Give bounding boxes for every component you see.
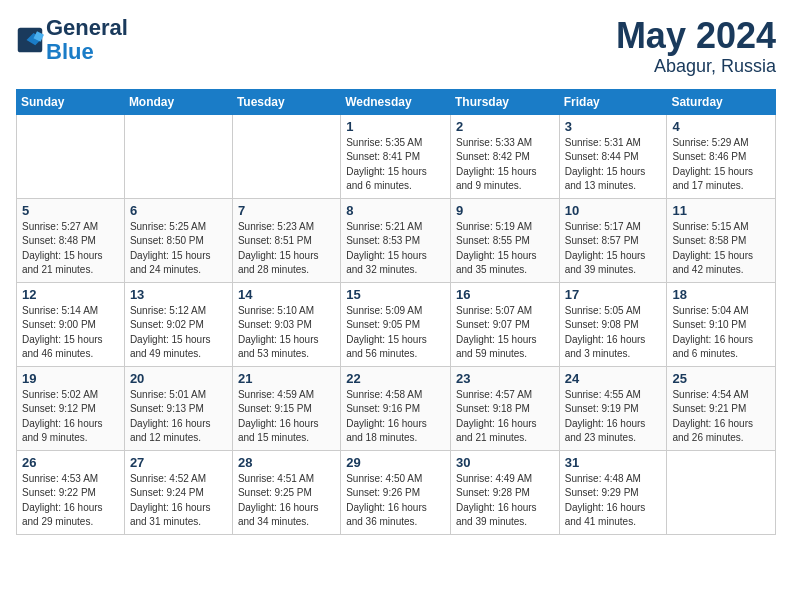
- day-info: Sunrise: 5:33 AM Sunset: 8:42 PM Dayligh…: [456, 136, 554, 194]
- day-number: 21: [238, 371, 335, 386]
- month-title: May 2024: [616, 16, 776, 56]
- calendar-cell: 1Sunrise: 5:35 AM Sunset: 8:41 PM Daylig…: [341, 114, 451, 198]
- calendar-cell: 29Sunrise: 4:50 AM Sunset: 9:26 PM Dayli…: [341, 450, 451, 534]
- calendar-week-2: 5Sunrise: 5:27 AM Sunset: 8:48 PM Daylig…: [17, 198, 776, 282]
- day-info: Sunrise: 4:52 AM Sunset: 9:24 PM Dayligh…: [130, 472, 227, 530]
- logo-blue: Blue: [46, 39, 94, 64]
- day-number: 1: [346, 119, 445, 134]
- day-number: 13: [130, 287, 227, 302]
- day-number: 26: [22, 455, 119, 470]
- calendar-week-1: 1Sunrise: 5:35 AM Sunset: 8:41 PM Daylig…: [17, 114, 776, 198]
- calendar-cell: 16Sunrise: 5:07 AM Sunset: 9:07 PM Dayli…: [450, 282, 559, 366]
- calendar-cell: 27Sunrise: 4:52 AM Sunset: 9:24 PM Dayli…: [124, 450, 232, 534]
- day-number: 27: [130, 455, 227, 470]
- day-number: 10: [565, 203, 662, 218]
- calendar-cell: 14Sunrise: 5:10 AM Sunset: 9:03 PM Dayli…: [232, 282, 340, 366]
- day-number: 18: [672, 287, 770, 302]
- day-info: Sunrise: 5:27 AM Sunset: 8:48 PM Dayligh…: [22, 220, 119, 278]
- location-title: Abagur, Russia: [616, 56, 776, 77]
- day-info: Sunrise: 4:51 AM Sunset: 9:25 PM Dayligh…: [238, 472, 335, 530]
- calendar-cell: 23Sunrise: 4:57 AM Sunset: 9:18 PM Dayli…: [450, 366, 559, 450]
- day-info: Sunrise: 4:50 AM Sunset: 9:26 PM Dayligh…: [346, 472, 445, 530]
- day-number: 22: [346, 371, 445, 386]
- day-info: Sunrise: 5:23 AM Sunset: 8:51 PM Dayligh…: [238, 220, 335, 278]
- col-friday: Friday: [559, 89, 667, 114]
- day-number: 11: [672, 203, 770, 218]
- day-number: 20: [130, 371, 227, 386]
- day-number: 15: [346, 287, 445, 302]
- logo-icon: [16, 26, 44, 54]
- calendar-cell: 8Sunrise: 5:21 AM Sunset: 8:53 PM Daylig…: [341, 198, 451, 282]
- calendar-cell: 3Sunrise: 5:31 AM Sunset: 8:44 PM Daylig…: [559, 114, 667, 198]
- day-info: Sunrise: 5:02 AM Sunset: 9:12 PM Dayligh…: [22, 388, 119, 446]
- calendar-week-5: 26Sunrise: 4:53 AM Sunset: 9:22 PM Dayli…: [17, 450, 776, 534]
- day-info: Sunrise: 5:35 AM Sunset: 8:41 PM Dayligh…: [346, 136, 445, 194]
- day-number: 28: [238, 455, 335, 470]
- calendar-cell: 28Sunrise: 4:51 AM Sunset: 9:25 PM Dayli…: [232, 450, 340, 534]
- page-header: General Blue May 2024 Abagur, Russia: [16, 16, 776, 77]
- day-info: Sunrise: 5:05 AM Sunset: 9:08 PM Dayligh…: [565, 304, 662, 362]
- day-info: Sunrise: 5:17 AM Sunset: 8:57 PM Dayligh…: [565, 220, 662, 278]
- day-number: 9: [456, 203, 554, 218]
- calendar-cell: 15Sunrise: 5:09 AM Sunset: 9:05 PM Dayli…: [341, 282, 451, 366]
- day-info: Sunrise: 4:58 AM Sunset: 9:16 PM Dayligh…: [346, 388, 445, 446]
- day-info: Sunrise: 5:14 AM Sunset: 9:00 PM Dayligh…: [22, 304, 119, 362]
- day-number: 17: [565, 287, 662, 302]
- day-info: Sunrise: 5:21 AM Sunset: 8:53 PM Dayligh…: [346, 220, 445, 278]
- day-number: 3: [565, 119, 662, 134]
- col-saturday: Saturday: [667, 89, 776, 114]
- col-tuesday: Tuesday: [232, 89, 340, 114]
- day-info: Sunrise: 5:07 AM Sunset: 9:07 PM Dayligh…: [456, 304, 554, 362]
- calendar-cell: 2Sunrise: 5:33 AM Sunset: 8:42 PM Daylig…: [450, 114, 559, 198]
- calendar-cell: 31Sunrise: 4:48 AM Sunset: 9:29 PM Dayli…: [559, 450, 667, 534]
- day-info: Sunrise: 4:57 AM Sunset: 9:18 PM Dayligh…: [456, 388, 554, 446]
- day-number: 2: [456, 119, 554, 134]
- calendar-cell: 10Sunrise: 5:17 AM Sunset: 8:57 PM Dayli…: [559, 198, 667, 282]
- day-info: Sunrise: 5:12 AM Sunset: 9:02 PM Dayligh…: [130, 304, 227, 362]
- day-info: Sunrise: 4:59 AM Sunset: 9:15 PM Dayligh…: [238, 388, 335, 446]
- day-info: Sunrise: 5:10 AM Sunset: 9:03 PM Dayligh…: [238, 304, 335, 362]
- day-number: 4: [672, 119, 770, 134]
- calendar-cell: 21Sunrise: 4:59 AM Sunset: 9:15 PM Dayli…: [232, 366, 340, 450]
- day-info: Sunrise: 4:53 AM Sunset: 9:22 PM Dayligh…: [22, 472, 119, 530]
- day-number: 14: [238, 287, 335, 302]
- day-number: 6: [130, 203, 227, 218]
- day-info: Sunrise: 5:04 AM Sunset: 9:10 PM Dayligh…: [672, 304, 770, 362]
- calendar-cell: 17Sunrise: 5:05 AM Sunset: 9:08 PM Dayli…: [559, 282, 667, 366]
- calendar-week-3: 12Sunrise: 5:14 AM Sunset: 9:00 PM Dayli…: [17, 282, 776, 366]
- day-number: 29: [346, 455, 445, 470]
- day-number: 30: [456, 455, 554, 470]
- day-info: Sunrise: 4:49 AM Sunset: 9:28 PM Dayligh…: [456, 472, 554, 530]
- title-block: May 2024 Abagur, Russia: [616, 16, 776, 77]
- calendar-cell: 30Sunrise: 4:49 AM Sunset: 9:28 PM Dayli…: [450, 450, 559, 534]
- calendar-cell: [17, 114, 125, 198]
- day-info: Sunrise: 5:19 AM Sunset: 8:55 PM Dayligh…: [456, 220, 554, 278]
- calendar-header-row: Sunday Monday Tuesday Wednesday Thursday…: [17, 89, 776, 114]
- day-info: Sunrise: 4:48 AM Sunset: 9:29 PM Dayligh…: [565, 472, 662, 530]
- calendar-cell: 20Sunrise: 5:01 AM Sunset: 9:13 PM Dayli…: [124, 366, 232, 450]
- day-info: Sunrise: 4:54 AM Sunset: 9:21 PM Dayligh…: [672, 388, 770, 446]
- calendar-cell: [124, 114, 232, 198]
- day-number: 8: [346, 203, 445, 218]
- calendar-cell: 12Sunrise: 5:14 AM Sunset: 9:00 PM Dayli…: [17, 282, 125, 366]
- day-number: 24: [565, 371, 662, 386]
- day-number: 31: [565, 455, 662, 470]
- day-info: Sunrise: 5:09 AM Sunset: 9:05 PM Dayligh…: [346, 304, 445, 362]
- day-number: 7: [238, 203, 335, 218]
- col-monday: Monday: [124, 89, 232, 114]
- calendar-cell: 11Sunrise: 5:15 AM Sunset: 8:58 PM Dayli…: [667, 198, 776, 282]
- calendar-table: Sunday Monday Tuesday Wednesday Thursday…: [16, 89, 776, 535]
- calendar-cell: 5Sunrise: 5:27 AM Sunset: 8:48 PM Daylig…: [17, 198, 125, 282]
- day-number: 19: [22, 371, 119, 386]
- calendar-cell: 25Sunrise: 4:54 AM Sunset: 9:21 PM Dayli…: [667, 366, 776, 450]
- calendar-cell: 24Sunrise: 4:55 AM Sunset: 9:19 PM Dayli…: [559, 366, 667, 450]
- day-info: Sunrise: 4:55 AM Sunset: 9:19 PM Dayligh…: [565, 388, 662, 446]
- day-info: Sunrise: 5:29 AM Sunset: 8:46 PM Dayligh…: [672, 136, 770, 194]
- calendar-cell: [667, 450, 776, 534]
- calendar-week-4: 19Sunrise: 5:02 AM Sunset: 9:12 PM Dayli…: [17, 366, 776, 450]
- calendar-cell: 4Sunrise: 5:29 AM Sunset: 8:46 PM Daylig…: [667, 114, 776, 198]
- day-number: 5: [22, 203, 119, 218]
- calendar-cell: [232, 114, 340, 198]
- calendar-cell: 26Sunrise: 4:53 AM Sunset: 9:22 PM Dayli…: [17, 450, 125, 534]
- day-number: 16: [456, 287, 554, 302]
